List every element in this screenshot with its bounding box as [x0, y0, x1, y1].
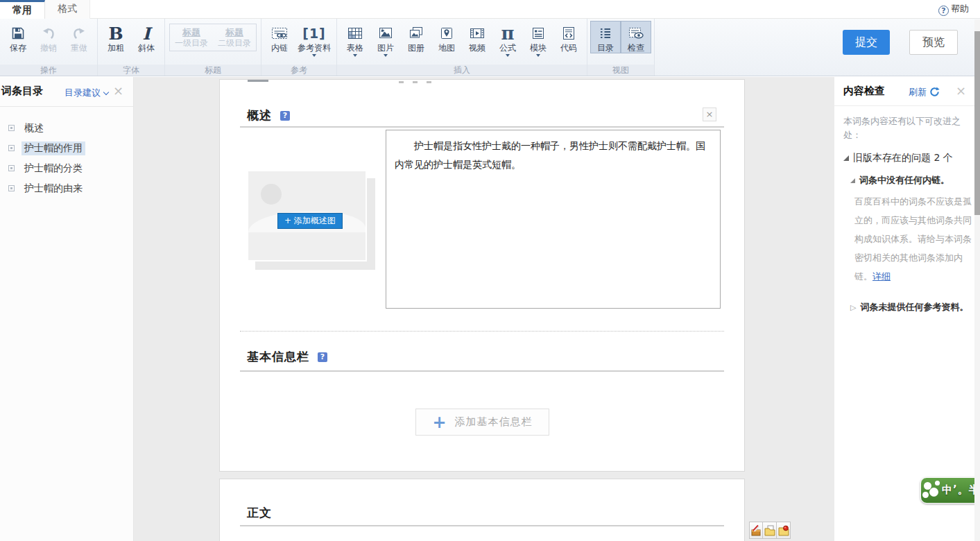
insert-map-button[interactable]: 地图 [431, 21, 462, 53]
checker-issue-no-reference[interactable]: ▷ 词条未提供任何参考资料。 [850, 301, 970, 314]
reference-button[interactable]: [1] 参考资料 [295, 21, 334, 58]
checker-close-icon[interactable]: × [956, 83, 966, 98]
detail-link[interactable]: 详细 [872, 271, 891, 282]
ribbon-group-label: 操作 [0, 64, 97, 76]
flower-icon [929, 488, 938, 497]
square-bullet-icon [8, 185, 15, 191]
undo-button[interactable]: 撤销 [33, 21, 64, 53]
plus-icon: + [432, 414, 446, 431]
check-icon [627, 24, 645, 43]
table-icon [347, 24, 363, 43]
collapsed-triangle-icon: ▷ [850, 303, 856, 312]
tab-common[interactable]: 常用 [0, 0, 45, 19]
square-bullet-icon [8, 165, 15, 171]
bold-icon: B [108, 24, 123, 43]
video-icon [468, 24, 486, 43]
module-icon [530, 24, 547, 43]
album-icon [408, 24, 424, 43]
refresh-button[interactable]: 刷新 [909, 86, 940, 98]
clipped-content-fragment [248, 80, 268, 82]
sidebar-item-category[interactable]: 护士帽的分类 [0, 158, 133, 178]
sidebar-header: 词条目录 目录建议 × [0, 77, 133, 107]
save-button[interactable]: 保存 [3, 21, 33, 53]
checker-group-old-version[interactable]: 旧版本存在的问题 2 个 [843, 152, 970, 164]
ribbon-group-font: B 加粗 I 斜体 字体 [98, 19, 165, 76]
ribbon-group-label: 标题 [165, 64, 261, 76]
bold-button[interactable]: B 加粗 [101, 21, 131, 53]
preview-button[interactable]: 预览 [909, 30, 958, 55]
placeholder-circle [261, 184, 282, 205]
dropdown-caret-icon [536, 54, 540, 57]
insert-module-button[interactable]: 模块 [523, 21, 553, 58]
overview-help-icon[interactable]: ? [280, 111, 290, 121]
checker-issue-no-inlink[interactable]: 词条中没有任何内链。 [850, 174, 970, 187]
expanded-triangle-icon [843, 155, 849, 161]
ribbon-group-view: 目录 检查 视图 [587, 19, 655, 76]
redo-icon [71, 24, 87, 43]
italic-button[interactable]: I 斜体 [131, 21, 162, 53]
vertical-scrollbar[interactable] [974, 19, 980, 541]
toc-icon [597, 24, 614, 43]
ribbon-group-label: 参考 [261, 64, 336, 76]
checker-intro: 本词条内容还有以下可改进之处： [843, 114, 970, 142]
editor-window: 常用 格式 ?帮助 保存 撤销 [0, 0, 980, 541]
ime-status-badge[interactable]: 中’。半 简 [920, 477, 980, 504]
section-divider [240, 370, 724, 372]
overview-close-icon[interactable]: × [703, 108, 716, 121]
ribbon-tabbar: 常用 格式 ?帮助 [0, 0, 980, 19]
add-basic-info-button[interactable]: + 添加基本信息栏 [415, 409, 549, 436]
insert-album-button[interactable]: 图册 [401, 21, 431, 53]
redo-button[interactable]: 重做 [64, 21, 94, 53]
undo-icon [40, 24, 57, 43]
checker-header: 内容检查 刷新 × [834, 77, 980, 106]
dropdown-caret-icon [312, 54, 316, 57]
insert-table-button[interactable]: 表格 [340, 21, 370, 58]
overview-text-input[interactable]: 护士帽是指女性护士戴的一种帽子，男性护士则不需配戴护士帽。国内常见的护士帽是英式… [386, 130, 721, 309]
dotted-divider [240, 331, 724, 332]
folder-alert-icon[interactable] [777, 522, 791, 539]
toolbox-icon[interactable] [749, 522, 763, 539]
save-icon [10, 24, 26, 43]
check-toggle-button[interactable]: 检查 [621, 21, 651, 53]
insert-video-button[interactable]: 视频 [462, 21, 492, 53]
refresh-icon [929, 87, 940, 97]
sidebar-item-overview[interactable]: 概述 [0, 118, 133, 138]
tab-format[interactable]: 格式 [45, 0, 90, 19]
toc-toggle-button[interactable]: 目录 [590, 21, 621, 53]
basic-info-help-icon[interactable]: ? [318, 352, 327, 362]
body-panel: 正文 [219, 479, 745, 541]
sidebar-item-origin[interactable]: 护士帽的由来 [0, 178, 133, 198]
insert-formula-button[interactable]: π 公式 [492, 21, 523, 58]
ribbon-group-label: 视图 [587, 64, 654, 76]
insert-image-button[interactable]: 图片 [370, 21, 401, 58]
dropdown-caret-icon [353, 54, 357, 57]
submit-button[interactable]: 提交 [843, 30, 890, 55]
ribbon-group-heading: 标题 一级目录 标题 二级目录 标题 [165, 19, 261, 76]
ribbon-group-operations: 保存 撤销 重做 操作 [0, 19, 98, 76]
reference-icon: [1] [302, 24, 326, 43]
sidebar-item-usage[interactable]: 护士帽的作用 [0, 138, 133, 158]
checker-body: 本词条内容还有以下可改进之处： 旧版本存在的问题 2 个 词条中没有任何内链。 … [834, 106, 980, 314]
folder-documents-icon[interactable] [763, 522, 777, 539]
entry-toc-sidebar: 词条目录 目录建议 × 概述 护士帽的作用 护士帽的分类 [0, 77, 134, 541]
clipped-content-fragment [413, 81, 418, 83]
sidebar-close-icon[interactable]: × [113, 83, 123, 98]
flower-icon [922, 492, 929, 498]
add-overview-image-button[interactable]: + 添加概述图 [277, 213, 343, 229]
chevron-down-icon [103, 89, 109, 95]
help-link[interactable]: ?帮助 [938, 3, 969, 16]
scrollbar-thumb[interactable] [974, 31, 980, 215]
formula-icon: π [501, 24, 514, 43]
heading2-button[interactable]: 标题 二级目录 [213, 24, 256, 51]
map-icon [438, 24, 455, 43]
heading1-button[interactable]: 标题 一级目录 [170, 24, 213, 51]
insert-code-button[interactable]: 代码 [553, 21, 584, 53]
square-bullet-icon [8, 145, 15, 151]
ribbon-group-reference: 内链 [1] 参考资料 参考 [261, 19, 337, 76]
basic-info-section-title: 基本信息栏? [247, 349, 327, 365]
clipped-content-fragment [427, 81, 431, 83]
toc-suggest-dropdown[interactable]: 目录建议 [65, 87, 108, 99]
inlink-button[interactable]: 内链 [264, 21, 295, 53]
flower-icon [935, 481, 940, 486]
ribbon-group-label: 插入 [337, 64, 587, 76]
